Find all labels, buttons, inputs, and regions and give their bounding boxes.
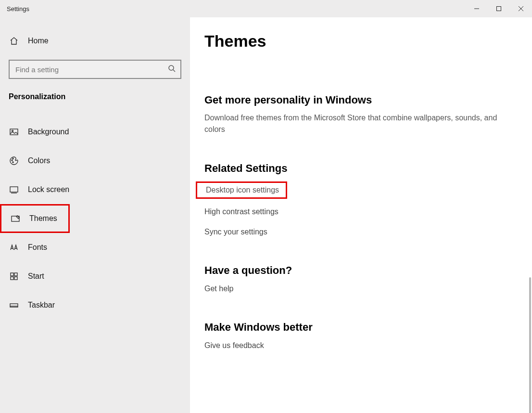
sidebar-item-themes[interactable]: Themes [0,204,70,233]
svg-point-9 [13,158,13,159]
search-box[interactable] [9,60,181,79]
sidebar-item-fonts[interactable]: Fonts [0,233,190,262]
main-content: Themes Get more personality in Windows D… [190,17,532,413]
personality-desc: Download free themes from the Microsoft … [204,112,512,135]
svg-line-5 [173,70,175,72]
home-icon [9,36,19,46]
svg-rect-11 [10,187,18,192]
sidebar-item-taskbar[interactable]: Taskbar [0,291,190,320]
link-high-contrast-settings[interactable]: High contrast settings [204,202,518,222]
svg-point-10 [13,162,13,163]
question-heading: Have a question? [204,264,518,277]
svg-rect-1 [497,7,501,11]
sidebar-item-colors[interactable]: Colors [0,146,190,175]
svg-point-4 [169,65,174,70]
better-heading: Make Windows better [204,321,518,334]
svg-rect-18 [10,304,18,307]
svg-rect-14 [11,273,13,276]
link-sync-your-settings[interactable]: Sync your settings [204,222,518,242]
search-input[interactable] [15,65,168,74]
sidebar-item-label: Lock screen [28,185,69,194]
sidebar-item-label: Start [28,272,44,281]
svg-rect-16 [11,277,13,280]
sidebar-item-start[interactable]: Start [0,262,190,291]
sidebar-home-label: Home [28,37,49,45]
picture-icon [9,127,19,137]
search-icon [168,65,176,74]
scrollbar[interactable] [529,277,531,413]
link-give-feedback[interactable]: Give us feedback [204,339,518,356]
sidebar-item-label: Background [28,128,69,136]
themes-icon [10,213,21,224]
maximize-button[interactable] [488,0,510,17]
taskbar-icon [9,300,19,310]
sidebar-item-lock-screen[interactable]: Lock screen [0,175,190,204]
sidebar-category: Personalization [0,79,190,106]
related-heading: Related Settings [204,162,518,175]
titlebar: Settings [0,0,532,17]
svg-point-8 [12,160,13,161]
window-title: Settings [0,5,29,13]
svg-point-7 [12,130,13,132]
sidebar-item-label: Taskbar [28,301,55,310]
svg-rect-17 [14,277,17,280]
start-icon [9,271,19,282]
link-desktop-icon-settings[interactable]: Desktop icon settings [196,181,287,199]
lock-screen-icon [9,184,19,195]
link-get-help[interactable]: Get help [204,283,518,299]
link-label: Desktop icon settings [206,186,279,194]
sidebar-item-label: Themes [29,214,57,223]
fonts-icon [9,242,19,253]
personality-heading: Get more personality in Windows [204,94,518,106]
sidebar-item-label: Colors [28,156,50,165]
sidebar-item-label: Fonts [28,243,47,252]
close-button[interactable] [510,0,532,17]
minimize-button[interactable] [466,0,488,17]
svg-rect-15 [14,273,17,276]
sidebar-item-background[interactable]: Background [0,117,190,146]
sidebar: Home Personalization Background [0,17,190,413]
sidebar-home[interactable]: Home [0,31,190,51]
palette-icon [9,155,19,166]
svg-rect-6 [10,129,18,135]
page-title: Themes [204,32,518,51]
